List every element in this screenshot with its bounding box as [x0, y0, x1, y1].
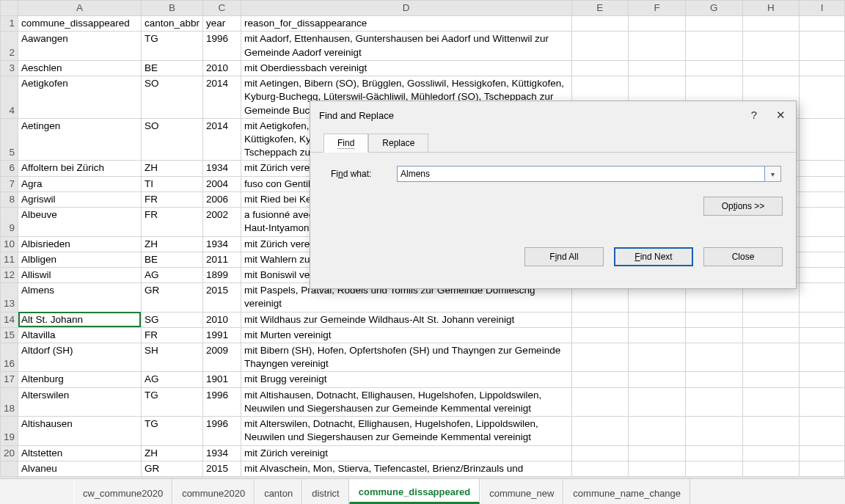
- cell[interactable]: TG: [141, 417, 202, 445]
- cell[interactable]: Aetingen: [18, 118, 142, 161]
- cell[interactable]: [685, 327, 742, 343]
- cell[interactable]: Alliswil: [18, 267, 142, 282]
- row-head[interactable]: 9: [1, 208, 18, 236]
- cell[interactable]: [685, 343, 742, 372]
- cell[interactable]: [685, 16, 742, 32]
- col-head-G[interactable]: G: [685, 1, 742, 16]
- cell[interactable]: 1934: [203, 161, 241, 176]
- find-next-button[interactable]: Find Next: [614, 247, 693, 266]
- row-head[interactable]: 16: [1, 343, 18, 372]
- header-cell[interactable]: canton_abbr: [141, 16, 202, 32]
- table-row[interactable]: 17AltenburgAG1901mit Brugg vereinigt: [1, 372, 845, 387]
- cell[interactable]: [800, 267, 845, 282]
- cell[interactable]: [800, 161, 845, 176]
- sheet-tab-commune_new[interactable]: commune_new: [480, 479, 563, 504]
- cell[interactable]: [571, 372, 629, 387]
- cell[interactable]: ZH: [141, 445, 202, 461]
- row-head-1[interactable]: 1: [1, 16, 18, 32]
- cell[interactable]: GR: [141, 283, 202, 312]
- cell[interactable]: [742, 445, 800, 461]
- cell[interactable]: 1996: [203, 417, 241, 445]
- table-row[interactable]: 3AeschlenBE2010mit Oberdiessbach vereini…: [1, 60, 845, 76]
- table-row[interactable]: 19AltishausenTG1996mit Alterswilen, Dotn…: [1, 417, 845, 445]
- cell[interactable]: mit Altishausen, Dotnacht, Ellighausen, …: [241, 387, 571, 416]
- cell[interactable]: [629, 387, 686, 416]
- cell[interactable]: [800, 252, 845, 267]
- cell[interactable]: [571, 417, 629, 445]
- cell[interactable]: FR: [141, 191, 202, 207]
- row-head[interactable]: [1, 461, 18, 476]
- cell[interactable]: [629, 417, 686, 445]
- cell[interactable]: [800, 283, 845, 312]
- cell[interactable]: ZH: [141, 161, 202, 176]
- dialog-tab-find[interactable]: Find: [323, 134, 368, 153]
- cell[interactable]: Albligen: [18, 252, 142, 267]
- header-cell[interactable]: year: [203, 16, 241, 32]
- sheet-tab-commune_name_change[interactable]: commune_name_change: [563, 479, 690, 504]
- cell[interactable]: 1991: [203, 327, 241, 343]
- row-head[interactable]: 10: [1, 236, 18, 252]
- cell[interactable]: AG: [141, 372, 202, 387]
- cell[interactable]: GR: [141, 461, 202, 476]
- cell[interactable]: Altstetten: [18, 445, 142, 461]
- row-head[interactable]: 8: [1, 191, 18, 207]
- sheet-tab-district[interactable]: district: [302, 479, 349, 504]
- cell[interactable]: [742, 327, 800, 343]
- row-head[interactable]: 2: [1, 32, 18, 60]
- cell[interactable]: mit Bibern (SH), Hofen, Opfertshofen (SH…: [241, 343, 571, 372]
- cell[interactable]: [571, 343, 629, 372]
- row-head[interactable]: 17: [1, 372, 18, 387]
- cell[interactable]: [685, 461, 742, 476]
- sheet-tab-commune2020[interactable]: commune2020: [172, 479, 255, 504]
- select-all-corner[interactable]: [1, 1, 18, 16]
- row-head[interactable]: 5: [1, 118, 18, 161]
- cell[interactable]: SO: [141, 118, 202, 161]
- cell[interactable]: 2015: [203, 283, 241, 312]
- row-head[interactable]: 13: [1, 283, 18, 312]
- cell[interactable]: [800, 60, 845, 76]
- cell[interactable]: AG: [141, 267, 202, 282]
- cell[interactable]: TG: [141, 32, 202, 60]
- row-head[interactable]: 20: [1, 445, 18, 461]
- cell[interactable]: mit Wildhaus zur Gemeinde Wildhaus-Alt S…: [241, 312, 571, 327]
- col-head-F[interactable]: F: [629, 1, 686, 16]
- cell[interactable]: [742, 372, 800, 387]
- cell[interactable]: [800, 16, 845, 32]
- cell[interactable]: [685, 32, 742, 60]
- cell[interactable]: FR: [141, 327, 202, 343]
- cell[interactable]: [629, 16, 686, 32]
- cell[interactable]: [571, 445, 629, 461]
- cell[interactable]: Agriswil: [18, 191, 142, 207]
- cell[interactable]: Affoltern bei Zürich: [18, 161, 142, 176]
- cell[interactable]: BE: [141, 60, 202, 76]
- find-all-button[interactable]: Find All: [524, 247, 604, 266]
- row-head[interactable]: 15: [1, 327, 18, 343]
- row-head[interactable]: 19: [1, 417, 18, 445]
- cell[interactable]: [571, 461, 629, 476]
- cell[interactable]: [800, 372, 845, 387]
- cell[interactable]: Altavilla: [18, 327, 142, 343]
- cell[interactable]: [800, 176, 845, 191]
- cell[interactable]: 2014: [203, 118, 241, 161]
- cell[interactable]: [742, 32, 800, 60]
- cell[interactable]: 1996: [203, 387, 241, 416]
- cell[interactable]: [571, 387, 629, 416]
- cell[interactable]: [685, 445, 742, 461]
- cell[interactable]: [800, 417, 845, 445]
- cell[interactable]: [629, 372, 686, 387]
- dialog-tab-replace[interactable]: Replace: [368, 134, 428, 153]
- cell[interactable]: BE: [141, 252, 202, 267]
- cell[interactable]: Alterswilen: [18, 387, 142, 416]
- col-head-C[interactable]: C: [203, 1, 241, 16]
- cell[interactable]: Aetigkofen: [18, 76, 142, 119]
- cell[interactable]: 1901: [203, 372, 241, 387]
- close-icon[interactable]: ✕: [774, 109, 787, 122]
- cell[interactable]: 1899: [203, 267, 241, 282]
- header-row[interactable]: 1 commune_dissappeared canton_abbr year …: [1, 16, 845, 32]
- cell[interactable]: mit Oberdiessbach vereinigt: [241, 60, 571, 76]
- table-row[interactable]: 15AltavillaFR1991mit Murten vereinigt: [1, 327, 845, 343]
- options-button[interactable]: Options >>: [703, 197, 783, 216]
- table-row[interactable]: 20AltstettenZH1934mit Zürich vereinigt: [1, 445, 845, 461]
- cell[interactable]: FR: [141, 208, 202, 236]
- cell[interactable]: [800, 387, 845, 416]
